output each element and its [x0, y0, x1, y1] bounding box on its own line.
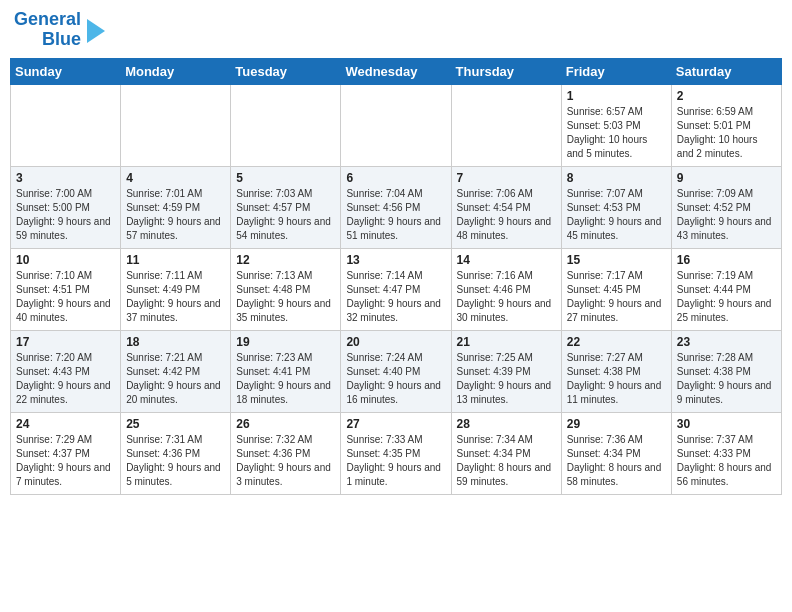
day-number: 25	[126, 417, 225, 431]
calendar-cell	[11, 84, 121, 166]
calendar-cell: 12Sunrise: 7:13 AM Sunset: 4:48 PM Dayli…	[231, 248, 341, 330]
calendar-cell: 10Sunrise: 7:10 AM Sunset: 4:51 PM Dayli…	[11, 248, 121, 330]
weekday-header: Monday	[121, 58, 231, 84]
weekday-header: Sunday	[11, 58, 121, 84]
day-info: Sunrise: 7:16 AM Sunset: 4:46 PM Dayligh…	[457, 269, 556, 325]
day-info: Sunrise: 7:34 AM Sunset: 4:34 PM Dayligh…	[457, 433, 556, 489]
day-number: 1	[567, 89, 666, 103]
day-info: Sunrise: 7:31 AM Sunset: 4:36 PM Dayligh…	[126, 433, 225, 489]
day-info: Sunrise: 7:23 AM Sunset: 4:41 PM Dayligh…	[236, 351, 335, 407]
calendar-cell: 25Sunrise: 7:31 AM Sunset: 4:36 PM Dayli…	[121, 412, 231, 494]
day-info: Sunrise: 7:25 AM Sunset: 4:39 PM Dayligh…	[457, 351, 556, 407]
calendar-cell: 23Sunrise: 7:28 AM Sunset: 4:38 PM Dayli…	[671, 330, 781, 412]
day-number: 8	[567, 171, 666, 185]
day-info: Sunrise: 7:03 AM Sunset: 4:57 PM Dayligh…	[236, 187, 335, 243]
day-number: 16	[677, 253, 776, 267]
day-number: 27	[346, 417, 445, 431]
day-info: Sunrise: 7:29 AM Sunset: 4:37 PM Dayligh…	[16, 433, 115, 489]
calendar-cell	[451, 84, 561, 166]
day-number: 22	[567, 335, 666, 349]
calendar-cell: 9Sunrise: 7:09 AM Sunset: 4:52 PM Daylig…	[671, 166, 781, 248]
calendar-cell: 19Sunrise: 7:23 AM Sunset: 4:41 PM Dayli…	[231, 330, 341, 412]
weekday-header: Thursday	[451, 58, 561, 84]
day-number: 30	[677, 417, 776, 431]
calendar-cell	[121, 84, 231, 166]
calendar-cell: 20Sunrise: 7:24 AM Sunset: 4:40 PM Dayli…	[341, 330, 451, 412]
day-info: Sunrise: 7:24 AM Sunset: 4:40 PM Dayligh…	[346, 351, 445, 407]
weekday-header: Tuesday	[231, 58, 341, 84]
day-info: Sunrise: 7:06 AM Sunset: 4:54 PM Dayligh…	[457, 187, 556, 243]
day-number: 26	[236, 417, 335, 431]
day-number: 28	[457, 417, 556, 431]
day-number: 11	[126, 253, 225, 267]
calendar-week-row: 24Sunrise: 7:29 AM Sunset: 4:37 PM Dayli…	[11, 412, 782, 494]
calendar-cell: 5Sunrise: 7:03 AM Sunset: 4:57 PM Daylig…	[231, 166, 341, 248]
day-number: 10	[16, 253, 115, 267]
day-number: 18	[126, 335, 225, 349]
calendar-cell: 17Sunrise: 7:20 AM Sunset: 4:43 PM Dayli…	[11, 330, 121, 412]
day-number: 17	[16, 335, 115, 349]
calendar-cell: 16Sunrise: 7:19 AM Sunset: 4:44 PM Dayli…	[671, 248, 781, 330]
day-number: 12	[236, 253, 335, 267]
calendar-cell: 26Sunrise: 7:32 AM Sunset: 4:36 PM Dayli…	[231, 412, 341, 494]
day-number: 24	[16, 417, 115, 431]
day-info: Sunrise: 6:57 AM Sunset: 5:03 PM Dayligh…	[567, 105, 666, 161]
day-info: Sunrise: 7:04 AM Sunset: 4:56 PM Dayligh…	[346, 187, 445, 243]
weekday-header: Saturday	[671, 58, 781, 84]
day-number: 20	[346, 335, 445, 349]
day-info: Sunrise: 7:20 AM Sunset: 4:43 PM Dayligh…	[16, 351, 115, 407]
calendar-cell: 28Sunrise: 7:34 AM Sunset: 4:34 PM Dayli…	[451, 412, 561, 494]
calendar-cell: 1Sunrise: 6:57 AM Sunset: 5:03 PM Daylig…	[561, 84, 671, 166]
day-info: Sunrise: 7:17 AM Sunset: 4:45 PM Dayligh…	[567, 269, 666, 325]
day-number: 13	[346, 253, 445, 267]
day-info: Sunrise: 7:19 AM Sunset: 4:44 PM Dayligh…	[677, 269, 776, 325]
day-number: 14	[457, 253, 556, 267]
calendar-cell: 24Sunrise: 7:29 AM Sunset: 4:37 PM Dayli…	[11, 412, 121, 494]
day-info: Sunrise: 7:09 AM Sunset: 4:52 PM Dayligh…	[677, 187, 776, 243]
day-number: 19	[236, 335, 335, 349]
calendar-cell: 30Sunrise: 7:37 AM Sunset: 4:33 PM Dayli…	[671, 412, 781, 494]
calendar-cell: 29Sunrise: 7:36 AM Sunset: 4:34 PM Dayli…	[561, 412, 671, 494]
weekday-header: Friday	[561, 58, 671, 84]
day-info: Sunrise: 7:13 AM Sunset: 4:48 PM Dayligh…	[236, 269, 335, 325]
day-info: Sunrise: 7:36 AM Sunset: 4:34 PM Dayligh…	[567, 433, 666, 489]
day-info: Sunrise: 7:28 AM Sunset: 4:38 PM Dayligh…	[677, 351, 776, 407]
calendar-cell: 2Sunrise: 6:59 AM Sunset: 5:01 PM Daylig…	[671, 84, 781, 166]
day-number: 6	[346, 171, 445, 185]
calendar-cell	[231, 84, 341, 166]
calendar-cell: 6Sunrise: 7:04 AM Sunset: 4:56 PM Daylig…	[341, 166, 451, 248]
day-info: Sunrise: 7:33 AM Sunset: 4:35 PM Dayligh…	[346, 433, 445, 489]
logo-arrow-icon	[87, 19, 105, 43]
day-number: 7	[457, 171, 556, 185]
day-info: Sunrise: 7:14 AM Sunset: 4:47 PM Dayligh…	[346, 269, 445, 325]
day-info: Sunrise: 7:21 AM Sunset: 4:42 PM Dayligh…	[126, 351, 225, 407]
day-number: 5	[236, 171, 335, 185]
day-info: Sunrise: 7:27 AM Sunset: 4:38 PM Dayligh…	[567, 351, 666, 407]
calendar-cell: 3Sunrise: 7:00 AM Sunset: 5:00 PM Daylig…	[11, 166, 121, 248]
calendar-cell: 21Sunrise: 7:25 AM Sunset: 4:39 PM Dayli…	[451, 330, 561, 412]
calendar-week-row: 10Sunrise: 7:10 AM Sunset: 4:51 PM Dayli…	[11, 248, 782, 330]
logo-text: General	[14, 10, 81, 30]
weekday-header-row: SundayMondayTuesdayWednesdayThursdayFrid…	[11, 58, 782, 84]
calendar-cell	[341, 84, 451, 166]
calendar-cell: 13Sunrise: 7:14 AM Sunset: 4:47 PM Dayli…	[341, 248, 451, 330]
calendar-cell: 8Sunrise: 7:07 AM Sunset: 4:53 PM Daylig…	[561, 166, 671, 248]
day-number: 23	[677, 335, 776, 349]
day-info: Sunrise: 7:11 AM Sunset: 4:49 PM Dayligh…	[126, 269, 225, 325]
day-info: Sunrise: 7:07 AM Sunset: 4:53 PM Dayligh…	[567, 187, 666, 243]
day-info: Sunrise: 7:00 AM Sunset: 5:00 PM Dayligh…	[16, 187, 115, 243]
calendar-week-row: 1Sunrise: 6:57 AM Sunset: 5:03 PM Daylig…	[11, 84, 782, 166]
calendar-cell: 22Sunrise: 7:27 AM Sunset: 4:38 PM Dayli…	[561, 330, 671, 412]
logo: General Blue	[14, 10, 105, 50]
day-number: 29	[567, 417, 666, 431]
calendar-week-row: 3Sunrise: 7:00 AM Sunset: 5:00 PM Daylig…	[11, 166, 782, 248]
calendar-week-row: 17Sunrise: 7:20 AM Sunset: 4:43 PM Dayli…	[11, 330, 782, 412]
day-number: 9	[677, 171, 776, 185]
day-number: 3	[16, 171, 115, 185]
day-number: 4	[126, 171, 225, 185]
calendar-cell: 15Sunrise: 7:17 AM Sunset: 4:45 PM Dayli…	[561, 248, 671, 330]
page-header: General Blue	[10, 10, 782, 50]
day-info: Sunrise: 7:37 AM Sunset: 4:33 PM Dayligh…	[677, 433, 776, 489]
day-info: Sunrise: 6:59 AM Sunset: 5:01 PM Dayligh…	[677, 105, 776, 161]
day-number: 2	[677, 89, 776, 103]
